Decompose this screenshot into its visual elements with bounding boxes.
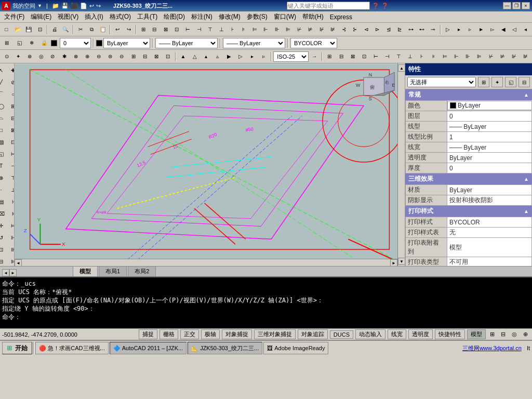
lt-erase[interactable]: ⌫ <box>0 208 7 219</box>
prop-val-transparency[interactable]: ByLayer <box>447 153 532 163</box>
lt-b15[interactable]: ⊩ <box>7 232 15 243</box>
lt-region[interactable]: ◱ <box>0 148 7 159</box>
menu-edit[interactable]: 编辑(E) <box>28 11 55 22</box>
lt-mirror[interactable]: ⊟ <box>0 256 7 266</box>
st-b38[interactable]: ⊫ <box>474 51 485 62</box>
tb-b23[interactable]: ⊴ <box>383 24 393 35</box>
polar-btn[interactable]: 极轴 <box>201 329 220 339</box>
st-b15[interactable]: ⊡ <box>163 51 174 62</box>
st-b21[interactable]: ▷ <box>235 51 246 62</box>
tb-c6[interactable]: ◀ <box>498 24 509 35</box>
taskbar-btn-4[interactable]: 🖼 Adobe ImageReady <box>263 342 328 354</box>
st-b26[interactable]: ⊟ <box>336 51 347 62</box>
tb-b13[interactable]: ⊪ <box>272 24 282 35</box>
tb-c5[interactable]: ▻ <box>487 24 497 35</box>
tb-b24[interactable]: ⊵ <box>394 24 405 35</box>
lt-b8[interactable]: ⊢ <box>7 148 15 159</box>
st-b1[interactable]: ⊙ <box>1 51 12 62</box>
section-print-header[interactable]: 打印样式 ▲ <box>405 206 532 217</box>
app-min[interactable]: — <box>503 2 511 9</box>
taskbar-btn-1[interactable]: 🔴 急！求画CAD三维视... <box>35 342 108 354</box>
3dosnap-btn[interactable]: 三维对象捕捉 <box>254 329 296 339</box>
st-b12[interactable]: ⊞ <box>128 51 139 62</box>
st-b31[interactable]: ⊤ <box>393 51 404 62</box>
st-b2[interactable]: ✦ <box>12 51 23 62</box>
tab-model[interactable]: 模型 <box>73 266 98 276</box>
st-b14[interactable]: ⊠ <box>151 51 162 62</box>
st-b9[interactable]: ⊖ <box>94 51 104 62</box>
lt-b5[interactable]: ⊟ <box>7 112 15 124</box>
lt-polyline[interactable]: ⌒ <box>0 88 7 100</box>
lt-b11[interactable]: ⊥ <box>7 184 15 195</box>
lt-text[interactable]: T <box>0 160 7 171</box>
app-close[interactable]: × <box>522 2 530 9</box>
menu-help[interactable]: 帮助(H) <box>299 11 327 22</box>
lt-rotate[interactable]: ↺ <box>0 232 7 243</box>
plotstyle-dropdown[interactable]: BYCOLOR <box>290 38 337 48</box>
menu-view[interactable]: 视图(V) <box>55 11 82 22</box>
lt-move[interactable]: ✛ <box>0 220 7 231</box>
prop-val-printattach[interactable]: 模型 <box>447 238 532 257</box>
st-b35[interactable]: ⊨ <box>440 51 450 62</box>
tb-b19[interactable]: ⊰ <box>339 24 349 35</box>
menu-param[interactable]: 参数(S) <box>244 11 271 22</box>
st-b18[interactable]: ▴ <box>201 51 211 62</box>
tb-c1[interactable]: ▷ <box>443 24 453 35</box>
lt-scale[interactable]: ⊡ <box>0 244 7 255</box>
lt-b1[interactable]: ✚ <box>7 64 15 76</box>
start-button[interactable]: ⊞ 开始 <box>2 342 32 354</box>
tb-b22[interactable]: ⊳ <box>372 24 382 35</box>
st-b4[interactable]: ◎ <box>36 51 47 62</box>
tb-save[interactable]: 💾 <box>23 24 34 35</box>
tab-scroll-left[interactable]: ◄ <box>2 269 9 276</box>
tb-b15[interactable]: ⊬ <box>294 24 304 35</box>
ducs-btn[interactable]: DUCS <box>330 330 353 339</box>
menu-express[interactable]: Express <box>327 12 355 22</box>
lt-rect[interactable]: □ <box>0 124 7 136</box>
search-input[interactable] <box>287 2 370 10</box>
st-b13[interactable]: ⊟ <box>139 51 150 62</box>
lt-b4[interactable]: ⊞ <box>7 100 15 112</box>
tb-b25[interactable]: ⊶ <box>405 24 416 35</box>
tb-c2[interactable]: ▸ <box>454 24 464 35</box>
color-dropdown[interactable]: ByLayer <box>103 38 150 48</box>
lt-point[interactable]: · <box>0 184 7 195</box>
lt-b10[interactable]: ⊤ <box>7 172 15 183</box>
osnap-btn[interactable]: 对象捕捉 <box>222 329 252 339</box>
prop-val-printtable[interactable]: 无 <box>447 228 532 238</box>
st-b36[interactable]: ⊩ <box>451 51 462 62</box>
tb-redo[interactable]: ↪ <box>123 24 134 35</box>
lt-circle[interactable]: ◯ <box>0 100 7 112</box>
menu-window[interactable]: 窗口(W) <box>271 11 299 22</box>
tb-b11[interactable]: ⊨ <box>249 24 260 35</box>
st-b10[interactable]: ⊜ <box>105 51 116 62</box>
st-b11[interactable]: ⊝ <box>116 51 127 62</box>
ortho-btn[interactable]: 正交 <box>180 329 199 339</box>
st-b3[interactable]: ⊛ <box>24 51 35 62</box>
menu-format[interactable]: 格式(O) <box>107 11 134 22</box>
layer-dropdown[interactable]: 0 <box>60 38 91 48</box>
scroll-right[interactable]: ► <box>390 259 397 266</box>
lt-b16[interactable]: ⊪ <box>7 244 15 255</box>
layer-freeze[interactable]: ❄ <box>26 37 37 49</box>
lt-b12[interactable]: ⊦ <box>7 196 15 207</box>
st-b33[interactable]: ⊦ <box>416 51 427 62</box>
prop-btn-3[interactable]: ◱ <box>505 77 516 87</box>
dropdown-arrow[interactable]: ▼ <box>37 3 42 8</box>
tb-b20[interactable]: ⊱ <box>350 24 360 35</box>
tb-c7[interactable]: ◁ <box>509 24 520 35</box>
tb-new[interactable]: □ <box>1 24 11 35</box>
prop-val-material[interactable]: ByLayer <box>447 185 532 195</box>
lt-b7[interactable]: ⊡ <box>7 136 15 148</box>
lt-b3[interactable]: ○ <box>7 88 15 100</box>
prop-btn-4[interactable]: ⊟ <box>518 77 530 87</box>
st-b8[interactable]: ⊕ <box>82 51 92 62</box>
st-b40[interactable]: ⊭ <box>497 51 508 62</box>
st-b39[interactable]: ⊬ <box>486 51 497 62</box>
prop-val-shadow[interactable]: 投射和接收阴影 <box>447 195 532 206</box>
st-b23[interactable]: ▹ <box>258 51 269 62</box>
scroll-left[interactable]: ◄ <box>15 259 22 266</box>
lt-b13[interactable]: ⊧ <box>7 208 15 219</box>
layer-lock[interactable]: 🔒 <box>38 37 50 49</box>
st-b24[interactable]: → <box>309 51 320 62</box>
